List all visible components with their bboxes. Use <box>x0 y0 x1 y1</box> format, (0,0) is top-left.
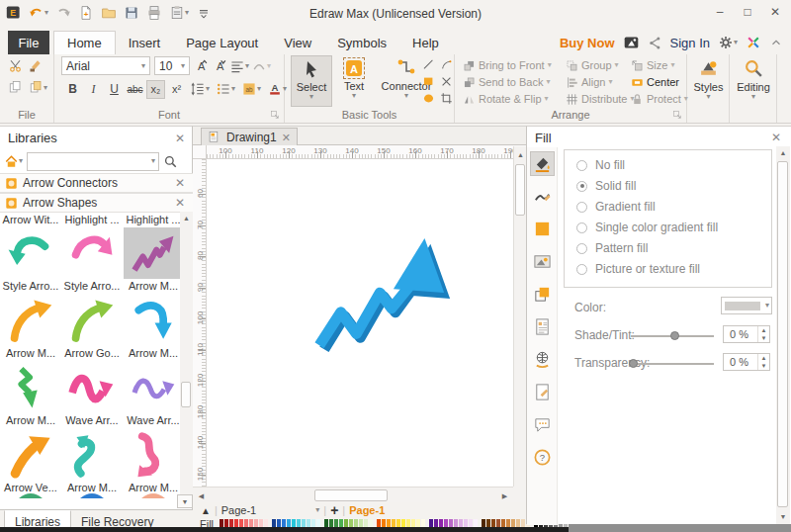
scroll-right-icon[interactable]: ▶ <box>498 489 511 502</box>
scrollbar-thumb[interactable] <box>314 489 388 501</box>
color-dropdown[interactable]: ▾ <box>721 297 772 314</box>
increase-font-button[interactable]: A <box>192 57 209 74</box>
active-page-tab[interactable]: Page-1 <box>349 504 385 516</box>
center-button[interactable]: Center <box>631 74 679 90</box>
spin-up-icon[interactable]: ▲ <box>758 326 769 334</box>
spin-down-icon[interactable]: ▼ <box>758 362 769 370</box>
distribute-button[interactable]: Distribute▾ <box>566 91 634 107</box>
scrollbar-thumb[interactable] <box>515 164 525 216</box>
library-shape[interactable] <box>62 227 120 279</box>
radio-icon[interactable] <box>576 222 587 233</box>
fill-option-picture-or-texture-fill[interactable]: Picture or texture fill <box>576 262 700 276</box>
library-section-arrow-shapes[interactable]: Arrow Shapes✕ <box>0 193 193 213</box>
library-section-arrow-connectors[interactable]: Arrow Connectors✕ <box>0 173 193 193</box>
library-scrollbar[interactable]: ▲ <box>180 212 193 498</box>
collapse-ribbon-icon[interactable] <box>769 36 783 49</box>
fill-option-no-fill[interactable]: No fill <box>576 158 625 172</box>
fill-bucket-button[interactable] <box>530 151 555 176</box>
search-input[interactable]: ▾ <box>27 152 159 171</box>
document-tab[interactable]: Drawing1 ✕ <box>201 128 298 146</box>
open-folder-button[interactable] <box>99 4 119 22</box>
styles-button[interactable]: Styles ▾ <box>690 55 727 107</box>
oellipse-tool-button[interactable] <box>420 91 436 106</box>
canvas-horizontal-scrollbar[interactable]: ◀ ▶ <box>193 487 513 502</box>
edraw-logo-button[interactable]: E <box>4 4 24 22</box>
scroll-down-icon[interactable]: ▼ <box>776 510 790 523</box>
font-size-select[interactable]: 10▾ <box>154 56 190 75</box>
note-edit-button[interactable] <box>530 380 555 404</box>
library-shape[interactable] <box>13 492 48 498</box>
xtool-tool-button[interactable] <box>438 74 454 89</box>
section-close-icon[interactable]: ✕ <box>175 196 185 210</box>
scroll-left-icon[interactable]: ◀ <box>195 489 208 502</box>
library-shape[interactable] <box>1 295 58 346</box>
undo-button[interactable]: ▾ <box>27 4 50 22</box>
copy-button[interactable] <box>8 80 23 95</box>
arc-tool-button[interactable] <box>438 57 454 72</box>
font-dialog-launcher-icon[interactable] <box>270 110 281 121</box>
shade-tint-spinner[interactable]: 0 % ▲▼ <box>723 325 770 343</box>
library-shape[interactable] <box>124 295 180 346</box>
line-tool-button[interactable] <box>420 57 436 72</box>
tab-help[interactable]: Help <box>399 31 452 54</box>
page-dropdown-icon[interactable]: ▾ <box>315 506 319 514</box>
radio-icon[interactable] <box>576 202 587 213</box>
format-i-button[interactable]: I <box>84 80 103 99</box>
library-shape[interactable] <box>62 429 120 481</box>
align-button[interactable]: ▾ <box>229 58 249 74</box>
group-button[interactable]: Group▾ <box>566 57 619 73</box>
page-doc-button[interactable] <box>530 314 555 339</box>
close-button[interactable]: ✕ <box>761 0 789 24</box>
tab-page-layout[interactable]: Page Layout <box>173 31 271 54</box>
bullets-button[interactable]: ▾ <box>214 80 237 99</box>
tab-home[interactable]: Home <box>53 31 116 54</box>
settings-gear-button[interactable]: ▾ <box>718 35 738 50</box>
shade-tint-slider[interactable] <box>631 335 714 337</box>
share-media-icon[interactable] <box>623 35 640 51</box>
scrollbar-thumb[interactable] <box>181 382 191 407</box>
scroll-up-icon[interactable]: ▲ <box>180 212 193 224</box>
format-u-button[interactable]: U <box>105 80 124 99</box>
protect-button[interactable]: Protect▾ <box>631 91 688 107</box>
text-arc-button[interactable]: ▾ <box>251 58 271 74</box>
scroll-up-icon[interactable]: ▲ <box>776 146 790 159</box>
highlight-color-button[interactable]: ab▾ <box>239 80 263 99</box>
paste-options-button[interactable]: ▾ <box>29 80 47 95</box>
fill-option-pattern-fill[interactable]: Pattern fill <box>576 241 648 255</box>
transparency-spinner[interactable]: 0 % ▲▼ <box>723 353 770 371</box>
slider-thumb[interactable] <box>629 359 638 368</box>
text-tool-button[interactable]: AText▾ <box>335 55 373 107</box>
library-home-button[interactable]: ▾ <box>4 154 23 169</box>
library-shape[interactable] <box>124 227 180 279</box>
section-close-icon[interactable]: ✕ <box>175 176 185 190</box>
decrease-font-button[interactable]: A <box>211 57 227 74</box>
radio-icon[interactable] <box>576 243 587 254</box>
rotate-flip-button[interactable]: Rotate & Flip▾ <box>463 91 549 107</box>
shape-square-button[interactable] <box>530 217 555 241</box>
layers-button[interactable] <box>530 282 555 307</box>
radio-icon[interactable] <box>576 264 587 275</box>
line-spacing-button[interactable]: ▾ <box>188 80 212 99</box>
fill-option-gradient-fill[interactable]: Gradient fill <box>576 200 656 214</box>
library-shape[interactable] <box>124 429 180 481</box>
select-tool-button[interactable]: Select▾ <box>291 55 332 107</box>
document-close-icon[interactable]: ✕ <box>282 132 291 144</box>
cut-button[interactable] <box>8 58 23 73</box>
editing-button[interactable]: Editing ▾ <box>732 55 775 107</box>
library-shape[interactable] <box>1 227 58 279</box>
tab-insert[interactable]: Insert <box>116 31 174 54</box>
fill-option-single-color-gradient-fill[interactable]: Single color gradient fill <box>576 221 718 234</box>
page-selector[interactable]: Page-1 <box>221 504 256 516</box>
library-shape[interactable] <box>74 492 110 498</box>
spin-up-icon[interactable]: ▲ <box>758 354 769 362</box>
transparency-slider[interactable] <box>631 363 714 365</box>
format-painter-button[interactable] <box>29 58 44 73</box>
canvas-vertical-scrollbar[interactable]: ▲ <box>513 146 526 487</box>
buy-now-link[interactable]: Buy Now <box>560 36 615 50</box>
align-button[interactable]: Align▾ <box>566 74 612 90</box>
customize-button[interactable] <box>194 4 214 22</box>
fill-panel-scrollbar[interactable]: ▲ ▼ <box>776 146 790 525</box>
hyperlink-globe-button[interactable] <box>530 347 555 372</box>
crop-tool-button[interactable] <box>438 91 454 106</box>
collapse-pages-icon[interactable]: ▲ <box>201 505 211 516</box>
